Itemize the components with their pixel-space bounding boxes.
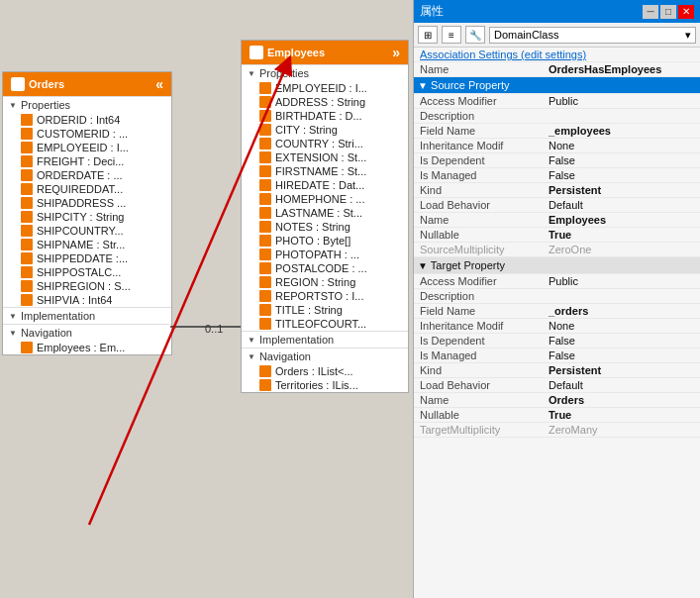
grid-view-button[interactable]: ⊞ <box>418 26 438 44</box>
employees-implementation-label: Implementation <box>259 334 334 346</box>
list-item: CUSTOMERID : ... <box>3 127 171 141</box>
orders-collapse-btn[interactable]: « <box>155 76 163 92</box>
list-item: HOMEPHONE : ... <box>242 192 408 206</box>
chevron-down-icon: ▾ <box>685 29 691 42</box>
prop-value: None <box>543 319 700 334</box>
orders-title: Orders <box>29 78 64 90</box>
expand-icon: ▼ <box>418 80 428 91</box>
list-item: FIRSTNAME : St... <box>242 164 408 178</box>
prop-label: Kind <box>414 363 543 378</box>
employees-navigation-rows: Orders : IList<... Territories : ILis... <box>242 364 408 392</box>
prop-value: False <box>543 349 700 363</box>
filter-button[interactable]: 🔧 <box>465 26 485 44</box>
prop-label: Is Dependent <box>414 334 543 349</box>
table-row: Name Employees <box>414 213 700 228</box>
prop-value: Persistent <box>543 363 700 378</box>
class-dropdown[interactable]: DomainClass ▾ <box>489 27 696 44</box>
field-icon <box>21 183 33 195</box>
employees-implementation-section[interactable]: ▼ Implementation <box>242 331 408 348</box>
table-row: Nullable True <box>414 408 700 423</box>
field-icon <box>21 169 33 181</box>
field-icon <box>21 155 33 167</box>
employees-navigation-section[interactable]: ▼ Navigation <box>242 348 408 364</box>
prop-value: False <box>543 334 700 349</box>
list-item: REPORTSTO : I... <box>242 289 408 303</box>
prop-value: True <box>543 228 700 243</box>
field-icon <box>259 138 271 150</box>
list-item: SHIPNAME : Str... <box>3 238 171 251</box>
employees-entity: Employees » ▼ Properties EMPLOYEEID : I.… <box>241 40 409 393</box>
table-row: Nullable True <box>414 228 700 243</box>
list-item: Orders : IList<... <box>242 364 408 378</box>
props-toolbar: ⊞ ≡ 🔧 DomainClass ▾ <box>414 23 700 48</box>
employees-properties-section[interactable]: ▼ Properties <box>242 64 408 81</box>
expand-icon: ▼ <box>418 260 428 271</box>
entity-icon <box>250 46 263 59</box>
prop-value: Employees <box>543 213 700 228</box>
list-item: POSTALCODE : ... <box>242 261 408 275</box>
field-icon <box>21 197 33 209</box>
list-item: EMPLOYEEID : I... <box>3 141 171 154</box>
source-property-section: ▼ Source Property <box>414 77 700 94</box>
prop-value: _employees <box>543 124 700 139</box>
field-icon <box>259 110 271 122</box>
prop-value: Persistent <box>543 183 700 198</box>
prop-value: ZeroMany <box>543 423 700 438</box>
prop-label: Access Modifier <box>414 94 543 109</box>
table-row: Load Behavior Default <box>414 198 700 213</box>
employees-navigation-label: Navigation <box>259 350 311 362</box>
list-view-button[interactable]: ≡ <box>442 26 461 44</box>
prop-label: Is Managed <box>414 349 543 363</box>
field-icon <box>21 239 33 250</box>
table-row: Name OrdersHasEmployees <box>414 62 700 77</box>
field-icon <box>259 290 271 302</box>
orders-properties-label: Properties <box>21 99 70 111</box>
list-item: REGION : String <box>242 275 408 289</box>
prop-value: Default <box>543 198 700 213</box>
orders-navigation-label: Navigation <box>21 327 72 339</box>
orders-properties-section[interactable]: ▼ Properties <box>3 96 171 113</box>
field-icon <box>259 318 271 330</box>
prop-label: Name <box>414 393 543 408</box>
employees-title: Employees <box>267 47 325 58</box>
list-item: Territories : ILis... <box>242 378 408 392</box>
list-item: ADDRESS : String <box>242 95 408 109</box>
triangle-icon: ▼ <box>9 101 17 110</box>
list-item: TITLEOFCOURT... <box>242 317 408 331</box>
prop-value: Orders <box>543 393 700 408</box>
close-button[interactable]: ✕ <box>678 5 694 19</box>
entity-icon <box>11 77 25 91</box>
association-settings-link[interactable]: Association Settings (edit settings) <box>420 49 586 60</box>
prop-value: Default <box>543 378 700 393</box>
field-icon <box>259 96 271 108</box>
field-icon <box>259 235 271 247</box>
minimize-button[interactable]: ─ <box>643 5 658 19</box>
prop-value: _orders <box>543 304 700 319</box>
list-item: SHIPPOSTALC... <box>3 265 171 279</box>
prop-label: Field Name <box>414 124 543 139</box>
orders-navigation-section[interactable]: ▼ Navigation <box>3 324 171 341</box>
list-item: PHOTO : Byte[] <box>242 234 408 248</box>
field-icon <box>21 280 33 292</box>
list-item: SHIPCOUNTRY... <box>3 224 171 238</box>
prop-value: None <box>543 139 700 153</box>
maximize-button[interactable]: □ <box>660 5 676 19</box>
section-label: ▼ Source Property <box>414 77 700 94</box>
section-label: ▼ Target Property <box>414 257 700 274</box>
triangle-icon: ▼ <box>248 69 255 78</box>
list-item: BIRTHDATE : D... <box>242 109 408 123</box>
employees-collapse-btn[interactable]: » <box>392 45 400 60</box>
prop-label: Name <box>414 62 543 77</box>
orders-entity: Orders « ▼ Properties ORDERID : Int64 CU… <box>2 71 172 355</box>
list-item: SHIPCITY : String <box>3 210 171 224</box>
orders-implementation-section[interactable]: ▼ Implementation <box>3 307 171 324</box>
connection-left-label: * <box>172 323 176 335</box>
field-icon <box>259 179 271 191</box>
props-titlebar: 属性 ─ □ ✕ <box>414 0 700 23</box>
field-icon <box>21 225 33 237</box>
orders-properties-rows: ORDERID : Int64 CUSTOMERID : ... EMPLOYE… <box>3 113 171 307</box>
list-item: HIREDATE : Dat... <box>242 178 408 192</box>
prop-label: Access Modifier <box>414 274 543 289</box>
prop-label: Load Behavior <box>414 198 543 213</box>
list-item: EMPLOYEEID : I... <box>242 81 408 95</box>
